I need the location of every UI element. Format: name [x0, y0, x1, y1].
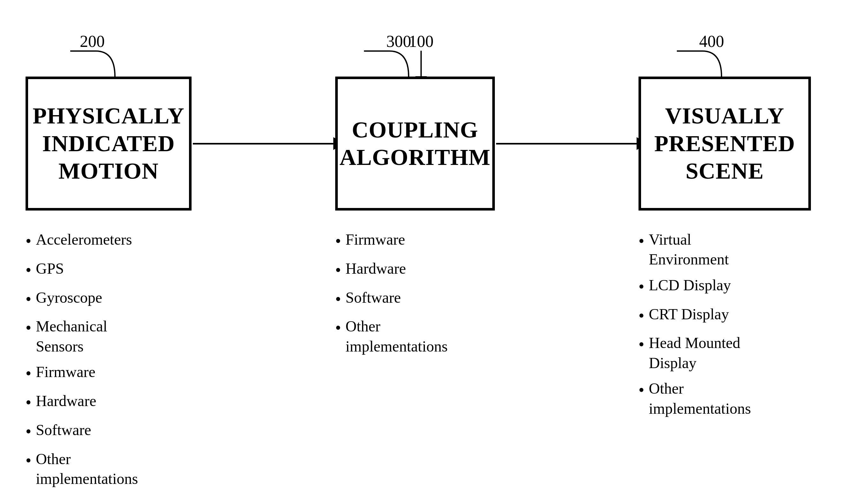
ref-200-bracket — [32, 48, 134, 80]
list-item: • GPS — [25, 259, 138, 282]
list-item: • Firmware — [335, 230, 448, 253]
arrow-line-1 — [193, 143, 333, 144]
list-physically-indicated-motion: • Accelerometers • GPS • Gyroscope • Mec… — [25, 230, 138, 494]
ref-400-bracket — [639, 48, 740, 80]
list-item: • VirtualEnvironment — [639, 230, 751, 270]
list-item: • Hardware — [335, 259, 448, 282]
ref-300-label: 300 — [386, 32, 411, 51]
list-item: • Head MountedDisplay — [639, 333, 751, 373]
list-item: • Otherimplementations — [639, 379, 751, 418]
ref-200-label: 200 — [80, 32, 105, 51]
list-item: • Gyroscope — [25, 288, 138, 311]
list-item: • Hardware — [25, 391, 138, 414]
box-coupling-algorithm: COUPLINGALGORITHM — [335, 76, 495, 211]
list-item: • LCD Display — [639, 275, 751, 299]
list-visually-presented-scene: • VirtualEnvironment • LCD Display • CRT… — [639, 230, 751, 424]
list-coupling-algorithm: • Firmware • Hardware • Software • Other… — [335, 230, 448, 362]
arrow-line-2 — [496, 143, 637, 144]
box-visually-presented-scene: VISUALLYPRESENTEDSCENE — [639, 76, 811, 211]
list-item: • MechanicalSensors — [25, 317, 138, 356]
ref-400-label: 400 — [699, 32, 724, 51]
arrow-box1-to-box2 — [193, 137, 345, 150]
box3-label: VISUALLYPRESENTEDSCENE — [654, 102, 795, 185]
list-item: • Otherimplementations — [335, 317, 448, 356]
list-item: • CRT Display — [639, 304, 751, 328]
arrow-box2-to-box3 — [496, 137, 648, 150]
box2-label: COUPLINGALGORITHM — [339, 116, 490, 171]
list-item: • Software — [25, 420, 138, 444]
list-item: • Accelerometers — [25, 230, 138, 253]
diagram-container: 100 200 300 400 PHYSICALLYINDICATEDMOTIO… — [0, 0, 854, 504]
list-item: • Otherimplementations — [25, 449, 138, 489]
list-item: • Software — [335, 288, 448, 311]
ref-300-bracket — [326, 48, 428, 80]
list-item: • Firmware — [25, 362, 138, 385]
box1-label: PHYSICALLYINDICATEDMOTION — [33, 102, 184, 185]
box-physically-indicated-motion: PHYSICALLYINDICATEDMOTION — [25, 76, 192, 211]
